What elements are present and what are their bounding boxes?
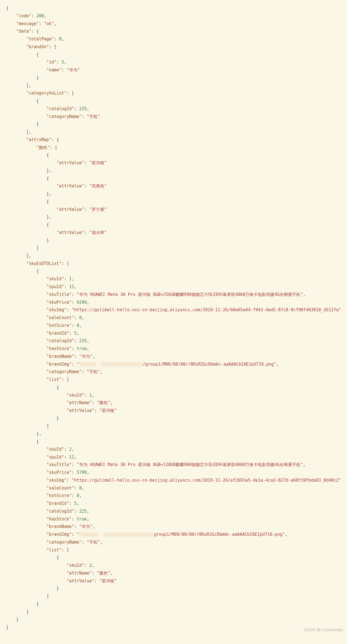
watermark-text: CSDN @-Luminosity-: [303, 626, 344, 634]
json-code-block: { "code": 200, "message": "ok", "data": …: [0, 0, 347, 636]
